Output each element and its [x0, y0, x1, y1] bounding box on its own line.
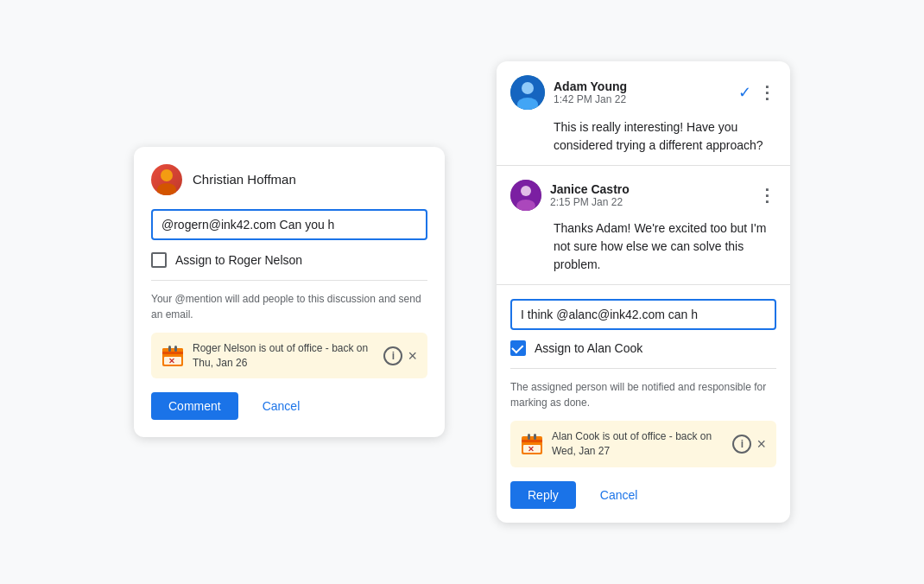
more-options-icon[interactable]: ⋮ [758, 84, 776, 101]
card-header: Christian Hoffman [151, 164, 427, 195]
assign-label: Assign to Roger Nelson [175, 253, 302, 267]
assign-checkbox[interactable] [151, 252, 167, 268]
svg-text:✕: ✕ [168, 357, 175, 365]
mention-note: Your @mention will add people to this di… [151, 291, 427, 322]
svg-text:✕: ✕ [528, 445, 535, 454]
ooo-banner: ✕ Alan Cook is out of office - back on W… [510, 421, 776, 467]
comment-thread-item: Janice Castro 2:15 PM Jan 22 ⋮ Thanks Ad… [497, 166, 790, 285]
ooo-actions: i × [732, 435, 766, 454]
reply-button[interactable]: Reply [510, 481, 576, 509]
info-button[interactable]: i [383, 346, 402, 365]
action-buttons: Reply Cancel [510, 481, 776, 509]
svg-rect-5 [168, 346, 171, 352]
comment-time: 2:15 PM Jan 22 [550, 196, 750, 208]
ooo-actions: i × [383, 346, 417, 365]
ooo-text: Alan Cook is out of office - back on Wed… [552, 429, 724, 459]
close-button[interactable]: × [756, 436, 766, 452]
comment-time: 1:42 PM Jan 22 [554, 93, 730, 105]
reply-input[interactable] [510, 299, 776, 330]
comment-input[interactable] [151, 209, 427, 240]
assigned-note: The assigned person will be notified and… [510, 379, 776, 410]
cancel-button[interactable]: Cancel [249, 392, 314, 420]
assign-checkbox[interactable] [510, 340, 526, 356]
close-button[interactable]: × [408, 348, 417, 364]
comment-thread-item: Adam Young 1:42 PM Jan 22 ✓ ⋮ This is re… [497, 61, 790, 166]
calendar-icon: ✕ [161, 345, 184, 367]
thread-header: Janice Castro 2:15 PM Jan 22 ⋮ [510, 180, 776, 211]
action-buttons: Comment Cancel [151, 392, 427, 420]
calendar-icon: ✕ [521, 433, 543, 455]
avatar [510, 75, 545, 110]
avatar [510, 180, 541, 211]
left-comment-card: Christian Hoffman Assign to Roger Nelson… [134, 147, 445, 438]
reply-section: Assign to Alan Cook The assigned person … [497, 285, 790, 523]
cancel-button[interactable]: Cancel [586, 481, 652, 509]
svg-point-11 [521, 186, 531, 196]
thread-header: Adam Young 1:42 PM Jan 22 ✓ ⋮ [510, 75, 776, 110]
commenter-name: Adam Young [554, 79, 730, 93]
svg-rect-17 [528, 434, 530, 440]
assign-checkbox-row[interactable]: Assign to Roger Nelson [151, 252, 427, 268]
thread-meta: Adam Young 1:42 PM Jan 22 [554, 79, 730, 105]
comment-text: Thanks Adam! We're excited too but I'm n… [554, 219, 776, 274]
thread-meta: Janice Castro 2:15 PM Jan 22 [550, 182, 750, 208]
assign-label: Assign to Alan Cook [535, 341, 642, 355]
thread-actions: ⋮ [758, 187, 776, 204]
commenter-name: Janice Castro [550, 182, 750, 196]
assign-checkbox-row[interactable]: Assign to Alan Cook [510, 340, 776, 356]
svg-point-8 [522, 82, 534, 94]
comment-text: This is really interesting! Have you con… [554, 118, 776, 155]
thread-actions: ✓ ⋮ [738, 83, 776, 102]
svg-rect-18 [534, 434, 536, 440]
comment-button[interactable]: Comment [151, 392, 238, 420]
svg-rect-2 [162, 352, 183, 354]
divider [151, 280, 427, 281]
ooo-text: Roger Nelson is out of office - back on … [193, 341, 375, 371]
info-button[interactable]: i [732, 435, 751, 454]
avatar [151, 164, 182, 195]
check-icon[interactable]: ✓ [738, 83, 751, 102]
divider [510, 368, 776, 369]
ooo-banner: ✕ Roger Nelson is out of office - back o… [151, 333, 427, 379]
right-comment-panel: Adam Young 1:42 PM Jan 22 ✓ ⋮ This is re… [497, 61, 790, 523]
svg-rect-6 [174, 346, 177, 352]
svg-rect-14 [522, 440, 542, 442]
more-options-icon[interactable]: ⋮ [758, 187, 776, 204]
user-name: Christian Hoffman [193, 172, 296, 187]
